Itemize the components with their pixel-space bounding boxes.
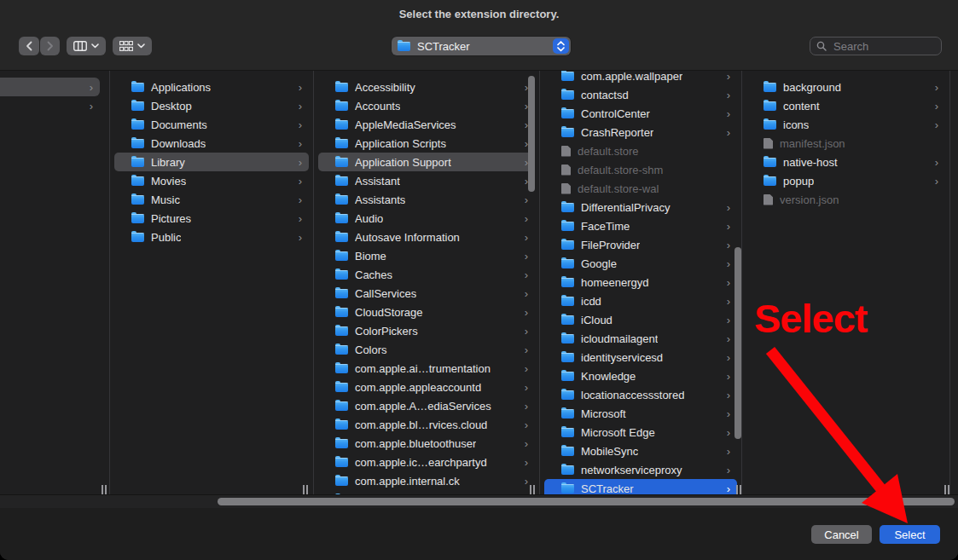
folder-row-application-support[interactable]: Application Support› <box>318 153 535 171</box>
folder-row-fileprovider[interactable]: FileProvider› <box>544 235 737 254</box>
folder-row-icloudmailagent[interactable]: icloudmailagent› <box>544 329 737 348</box>
folder-row-knowledge[interactable]: Knowledge› <box>544 367 737 385</box>
file-row-default-store[interactable]: default.store <box>544 141 737 160</box>
folder-row-native-host[interactable]: native-host› <box>746 153 945 171</box>
folder-row-blank[interactable]: › <box>0 96 100 115</box>
row-label: com.apple.bluetoothuser <box>355 437 476 450</box>
folder-row-background[interactable]: background› <box>746 78 945 96</box>
cancel-button[interactable]: Cancel <box>811 525 872 544</box>
folder-row-application-scripts[interactable]: Application Scripts› <box>318 134 535 153</box>
file-row-version-json[interactable]: version.json <box>746 190 945 209</box>
vertical-scrollbar[interactable] <box>734 247 741 439</box>
location-dropdown[interactable]: SCTracker <box>392 37 571 55</box>
folder-row-biome[interactable]: Biome› <box>318 246 535 265</box>
folder-row-icloud[interactable]: iCloud› <box>544 310 737 329</box>
chevron-right-icon: › <box>727 108 730 119</box>
folder-row-accounts[interactable]: Accounts› <box>318 96 535 115</box>
folder-row-locationaccessstored[interactable]: locationaccessstored› <box>544 385 737 404</box>
chevron-right-icon: › <box>525 288 528 299</box>
column-resize-handle[interactable] <box>529 485 537 494</box>
column-resize-handle[interactable] <box>302 485 310 494</box>
folder-row-com-apple-wallpaper[interactable]: com.apple.wallpaper› <box>544 71 737 85</box>
back-button[interactable] <box>19 37 39 55</box>
folder-row-com-apple-bl-rvices-cloud[interactable]: com.apple.bl…rvices.cloud› <box>318 415 535 434</box>
folder-row-com-apple-ai-trumentation[interactable]: com.apple.ai…trumentation› <box>318 359 535 378</box>
folder-row-microsoft-edge[interactable]: Microsoft Edge› <box>544 423 737 442</box>
folder-row-applemediaservices[interactable]: AppleMediaServices› <box>318 115 535 134</box>
column-resize-handle[interactable] <box>943 485 951 494</box>
folder-row-accessibility[interactable]: Accessibility› <box>318 78 535 96</box>
folder-row-audio[interactable]: Audio› <box>318 209 535 228</box>
folder-row-popup[interactable]: popup› <box>746 171 945 190</box>
file-row-default-store-shm[interactable]: default.store-shm <box>544 160 737 179</box>
folder-row-assistants[interactable]: Assistants› <box>318 190 535 209</box>
folder-icon <box>335 345 348 355</box>
chevron-right-icon: › <box>299 194 302 205</box>
folder-row-public[interactable]: Public› <box>114 228 309 246</box>
column-resize-handle[interactable] <box>101 485 108 494</box>
folder-row-documents[interactable]: Documents› <box>114 115 309 134</box>
folder-row-pictures[interactable]: Pictures› <box>114 209 309 228</box>
folder-row-com-apple-a-ediaservices[interactable]: com.apple.A…ediaServices› <box>318 396 535 415</box>
folder-row-music[interactable]: Music› <box>114 190 309 209</box>
folder-row-applications[interactable]: Applications› <box>114 78 309 96</box>
folder-row-icdd[interactable]: icdd› <box>544 292 737 310</box>
select-button[interactable]: Select <box>880 525 940 544</box>
row-label: contactsd <box>581 89 629 101</box>
column-resize-handle[interactable] <box>735 485 743 494</box>
folder-row-colors[interactable]: Colors› <box>318 340 535 359</box>
search-input[interactable] <box>832 39 935 54</box>
chevron-right-icon: › <box>525 344 528 355</box>
horizontal-scrollbar-track[interactable] <box>0 494 958 509</box>
folder-icon <box>335 214 348 223</box>
folder-row-blank[interactable]: › <box>0 78 100 96</box>
folder-row-differentialprivacy[interactable]: DifferentialPrivacy› <box>544 198 737 216</box>
chevron-down-icon <box>137 43 145 49</box>
folder-icon <box>561 409 574 419</box>
folder-row-com-apple-ic-earchpartyd[interactable]: com.apple.ic…earchpartyd› <box>318 453 535 471</box>
folder-row-movies[interactable]: Movies› <box>114 171 309 190</box>
folder-row-content[interactable]: content› <box>746 96 945 115</box>
row-label: Caches <box>355 268 392 281</box>
file-row-manifest-json[interactable]: manifest.json <box>746 134 945 153</box>
folder-row-facetime[interactable]: FaceTime› <box>544 216 737 235</box>
folder-icon <box>561 222 574 231</box>
dropdown-stepper-icon <box>553 38 569 54</box>
folder-row-com-apple-appleaccountd[interactable]: com.apple.appleaccountd› <box>318 378 535 396</box>
folder-row-cloudstorage[interactable]: CloudStorage› <box>318 303 535 321</box>
folder-row-contactsd[interactable]: contactsd› <box>544 85 737 104</box>
chevron-right-icon: › <box>727 127 730 138</box>
row-label: Music <box>151 193 180 206</box>
folder-row-desktop[interactable]: Desktop› <box>114 96 309 115</box>
folder-row-colorpickers[interactable]: ColorPickers› <box>318 321 535 340</box>
file-row-default-store-wal[interactable]: default.store-wal <box>544 179 737 198</box>
vertical-scrollbar[interactable] <box>528 76 535 192</box>
folder-row-assistant[interactable]: Assistant› <box>318 171 535 190</box>
folder-row-library[interactable]: Library› <box>114 153 309 171</box>
folder-row-icons[interactable]: icons› <box>746 115 945 134</box>
folder-row-downloads[interactable]: Downloads› <box>114 134 309 153</box>
folder-row-google[interactable]: Google› <box>544 254 737 273</box>
folder-row-microsoft[interactable]: Microsoft› <box>544 404 737 423</box>
folder-icon <box>335 176 348 186</box>
row-label: popup <box>783 175 814 188</box>
folder-row-networkserviceproxy[interactable]: networkserviceproxy› <box>544 460 737 479</box>
folder-row-crashreporter[interactable]: CrashReporter› <box>544 123 737 141</box>
forward-button[interactable] <box>40 37 60 55</box>
folder-row-controlcenter[interactable]: ControlCenter› <box>544 104 737 123</box>
horizontal-scrollbar-thumb[interactable] <box>218 498 955 505</box>
folder-row-mobilesync[interactable]: MobileSync› <box>544 442 737 460</box>
column-view-button[interactable] <box>67 37 106 55</box>
group-view-button[interactable] <box>113 37 152 55</box>
folder-row-com-apple-bluetoothuser[interactable]: com.apple.bluetoothuser› <box>318 434 535 453</box>
folder-row-sctracker[interactable]: SCTracker› <box>544 479 737 494</box>
folder-row-com-apple-internal-ck[interactable]: com.apple.internal.ck› <box>318 471 535 490</box>
folder-row-identityservicesd[interactable]: identityservicesd› <box>544 348 737 367</box>
search-field[interactable] <box>810 37 942 55</box>
folder-row-homeenergyd[interactable]: homeenergyd› <box>544 273 737 292</box>
row-label: identityservicesd <box>581 351 663 364</box>
folder-row-autosave-information[interactable]: Autosave Information› <box>318 228 535 246</box>
row-label: Audio <box>355 212 383 225</box>
folder-row-callservices[interactable]: CallServices› <box>318 284 535 303</box>
folder-row-caches[interactable]: Caches› <box>318 265 535 284</box>
